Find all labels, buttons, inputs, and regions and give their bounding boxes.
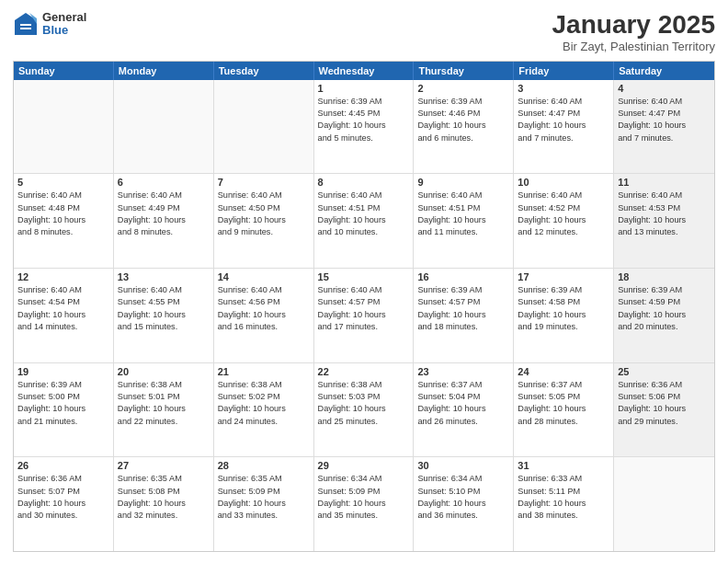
info-line: and 18 minutes.: [417, 322, 477, 331]
info-line: Sunset: 5:11 PM: [518, 487, 580, 496]
calendar-row-0: 1Sunrise: 6:39 AMSunset: 4:45 PMDaylight…: [14, 80, 714, 174]
day-number: 24: [518, 366, 609, 377]
calendar-cell-3: 3Sunrise: 6:40 AMSunset: 4:47 PMDaylight…: [514, 80, 614, 174]
calendar-cell-29: 29Sunrise: 6:34 AMSunset: 5:09 PMDayligh…: [314, 457, 415, 551]
info-line: Daylight: 10 hours: [518, 499, 586, 508]
info-line: and 24 minutes.: [218, 417, 278, 426]
day-number: 25: [618, 366, 711, 377]
info-line: Daylight: 10 hours: [618, 310, 686, 319]
day-info: Sunrise: 6:37 AMSunset: 5:04 PMDaylight:…: [417, 379, 509, 428]
info-line: Daylight: 10 hours: [17, 404, 85, 413]
info-line: Sunrise: 6:39 AM: [618, 285, 682, 294]
calendar-header: SundayMondayTuesdayWednesdayThursdayFrid…: [14, 62, 714, 80]
calendar-cell-2: 2Sunrise: 6:39 AMSunset: 4:46 PMDaylight…: [414, 80, 514, 174]
info-line: Daylight: 10 hours: [318, 121, 386, 130]
calendar-cell-16: 16Sunrise: 6:39 AMSunset: 4:57 PMDayligh…: [414, 269, 514, 362]
day-info: Sunrise: 6:33 AMSunset: 5:11 PMDaylight:…: [518, 473, 609, 522]
calendar-cell-25: 25Sunrise: 6:36 AMSunset: 5:06 PMDayligh…: [614, 363, 714, 457]
info-line: Sunset: 4:57 PM: [318, 297, 381, 306]
header-day-wednesday: Wednesday: [314, 62, 415, 80]
info-line: Sunset: 4:52 PM: [518, 203, 580, 213]
calendar-cell-17: 17Sunrise: 6:39 AMSunset: 4:58 PMDayligh…: [514, 269, 614, 362]
day-number: 29: [318, 460, 410, 471]
calendar-cell-8: 8Sunrise: 6:40 AMSunset: 4:51 PMDaylight…: [314, 174, 415, 268]
info-line: Daylight: 10 hours: [17, 310, 85, 319]
day-info: Sunrise: 6:38 AMSunset: 5:03 PMDaylight:…: [318, 379, 410, 428]
header-day-sunday: Sunday: [14, 62, 114, 80]
location: Bir Zayt, Palestinian Territory: [552, 40, 715, 53]
info-line: and 5 minutes.: [318, 133, 373, 143]
day-info: Sunrise: 6:39 AMSunset: 4:57 PMDaylight:…: [417, 284, 509, 333]
calendar-row-3: 19Sunrise: 6:39 AMSunset: 5:00 PMDayligh…: [14, 362, 714, 457]
calendar: SundayMondayTuesdayWednesdayThursdayFrid…: [13, 61, 715, 552]
info-line: and 6 minutes.: [417, 133, 472, 143]
info-line: Daylight: 10 hours: [417, 499, 485, 508]
info-line: Sunrise: 6:40 AM: [218, 285, 282, 294]
day-info: Sunrise: 6:40 AMSunset: 4:53 PMDaylight:…: [618, 190, 711, 238]
calendar-cell-9: 9Sunrise: 6:40 AMSunset: 4:51 PMDaylight…: [414, 174, 514, 268]
month-title: January 2025: [552, 11, 715, 40]
day-info: Sunrise: 6:35 AMSunset: 5:09 PMDaylight:…: [218, 473, 310, 522]
info-line: Sunrise: 6:35 AM: [218, 474, 282, 483]
info-line: and 7 minutes.: [518, 133, 573, 143]
info-line: Sunrise: 6:40 AM: [17, 285, 82, 294]
info-line: Sunrise: 6:40 AM: [318, 190, 382, 200]
day-number: 27: [118, 460, 210, 471]
info-line: Sunset: 4:49 PM: [118, 203, 180, 213]
day-number: 22: [318, 366, 410, 377]
info-line: Sunrise: 6:39 AM: [417, 285, 482, 294]
info-line: Sunrise: 6:38 AM: [318, 380, 382, 389]
info-line: Sunrise: 6:40 AM: [618, 190, 682, 200]
day-number: 17: [518, 271, 609, 282]
info-line: Sunset: 5:09 PM: [218, 487, 280, 496]
info-line: Daylight: 10 hours: [518, 404, 586, 413]
info-line: Daylight: 10 hours: [518, 121, 586, 130]
day-number: 19: [17, 366, 109, 377]
day-number: 12: [17, 271, 109, 282]
calendar-cell-20: 20Sunrise: 6:38 AMSunset: 5:01 PMDayligh…: [114, 363, 214, 457]
day-info: Sunrise: 6:40 AMSunset: 4:51 PMDaylight:…: [318, 190, 410, 238]
day-number: 3: [518, 83, 609, 94]
calendar-cell-empty: [14, 80, 114, 174]
info-line: and 17 minutes.: [318, 322, 378, 331]
info-line: Sunset: 5:10 PM: [417, 487, 480, 496]
day-info: Sunrise: 6:40 AMSunset: 4:56 PMDaylight:…: [218, 284, 310, 333]
calendar-cell-10: 10Sunrise: 6:40 AMSunset: 4:52 PMDayligh…: [514, 174, 614, 268]
calendar-cell-28: 28Sunrise: 6:35 AMSunset: 5:09 PMDayligh…: [214, 457, 314, 551]
info-line: Sunset: 4:47 PM: [618, 109, 680, 118]
info-line: Sunset: 5:01 PM: [118, 392, 180, 401]
info-line: Sunset: 4:55 PM: [118, 297, 180, 306]
info-line: Sunrise: 6:40 AM: [17, 190, 82, 200]
day-info: Sunrise: 6:39 AMSunset: 4:45 PMDaylight:…: [318, 96, 410, 144]
info-line: Daylight: 10 hours: [618, 121, 686, 130]
day-number: 1: [318, 83, 410, 94]
title-block: January 2025 Bir Zayt, Palestinian Terri…: [552, 11, 715, 53]
logo-icon: [13, 11, 39, 37]
info-line: Sunrise: 6:38 AM: [218, 380, 282, 389]
info-line: Daylight: 10 hours: [218, 404, 286, 413]
calendar-body: 1Sunrise: 6:39 AMSunset: 4:45 PMDaylight…: [14, 80, 714, 551]
calendar-cell-empty: [614, 457, 714, 551]
info-line: Daylight: 10 hours: [218, 499, 286, 508]
day-info: Sunrise: 6:40 AMSunset: 4:57 PMDaylight:…: [318, 284, 410, 333]
info-line: Sunset: 4:48 PM: [17, 203, 80, 213]
info-line: Daylight: 10 hours: [318, 310, 386, 319]
info-line: Sunset: 4:54 PM: [17, 297, 80, 306]
info-line: Daylight: 10 hours: [318, 215, 386, 224]
day-info: Sunrise: 6:36 AMSunset: 5:06 PMDaylight:…: [618, 379, 711, 428]
day-number: 15: [318, 271, 410, 282]
info-line: Sunrise: 6:39 AM: [318, 97, 382, 106]
info-line: Sunrise: 6:36 AM: [618, 380, 682, 389]
info-line: Daylight: 10 hours: [118, 215, 186, 224]
calendar-cell-15: 15Sunrise: 6:40 AMSunset: 4:57 PMDayligh…: [314, 269, 415, 362]
info-line: and 8 minutes.: [118, 227, 173, 236]
logo-general-text: General: [42, 11, 86, 24]
info-line: Sunset: 5:06 PM: [618, 392, 680, 401]
day-number: 14: [218, 271, 310, 282]
info-line: and 15 minutes.: [118, 322, 177, 331]
day-number: 26: [17, 460, 109, 471]
info-line: Sunset: 4:46 PM: [417, 109, 480, 118]
info-line: Sunrise: 6:39 AM: [417, 97, 482, 106]
day-info: Sunrise: 6:40 AMSunset: 4:52 PMDaylight:…: [518, 190, 609, 238]
info-line: Sunrise: 6:40 AM: [118, 190, 182, 200]
